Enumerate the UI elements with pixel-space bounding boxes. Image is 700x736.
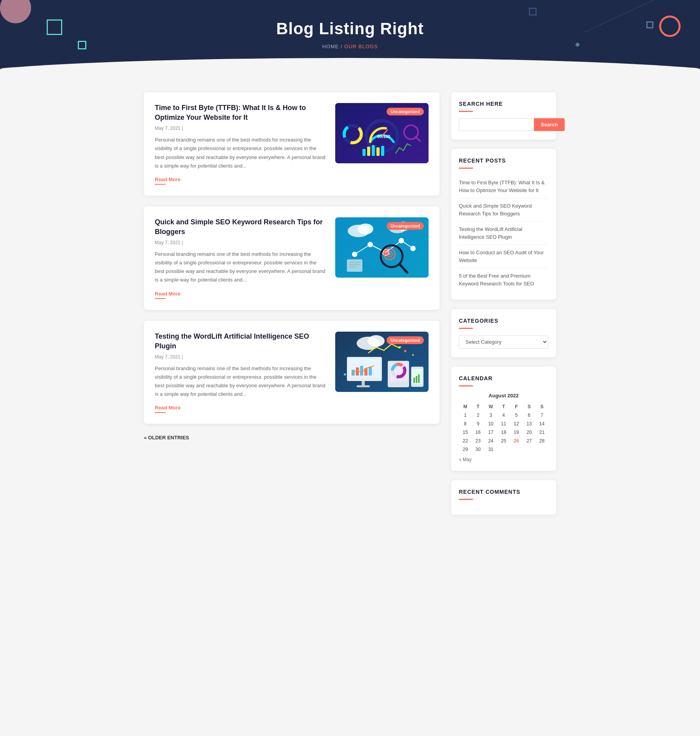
search-button[interactable]: Search xyxy=(534,118,565,131)
cal-day[interactable]: 16 xyxy=(472,428,485,437)
cal-header-t2: T xyxy=(497,402,510,411)
posts-column: Time to First Byte (TTFB): What It Is & … xyxy=(144,92,439,441)
cal-day[interactable]: 17 xyxy=(485,428,497,437)
cal-day[interactable]: 9 xyxy=(472,420,485,428)
recent-post-item-2[interactable]: Testing the WordLift Artificial Intellig… xyxy=(459,222,548,245)
deco-square-dark xyxy=(529,8,537,16)
cal-day[interactable]: 14 xyxy=(536,420,548,428)
cal-day xyxy=(536,445,548,454)
svg-rect-59 xyxy=(418,374,420,383)
cal-day[interactable]: 10 xyxy=(485,420,497,428)
cal-day[interactable]: 11 xyxy=(497,420,510,428)
post-card-2: Quick and Simple SEO Keyword Research Ti… xyxy=(144,206,439,310)
cal-day[interactable]: 7 xyxy=(536,411,548,420)
cal-day[interactable]: 6 xyxy=(523,411,536,420)
cal-day[interactable]: 2 xyxy=(472,411,485,420)
cal-day[interactable]: 24 xyxy=(485,437,497,445)
calendar-month-year: August 2022 xyxy=(459,393,548,399)
categories-title: CATEGORIES xyxy=(459,318,548,324)
svg-rect-47 xyxy=(362,381,365,386)
cal-day[interactable]: 12 xyxy=(510,420,523,428)
post-badge-3: Uncategorized xyxy=(387,336,424,344)
cal-day[interactable]: 15 xyxy=(459,428,472,437)
older-entries-link[interactable]: « OLDER ENTRIES xyxy=(144,435,189,441)
cal-header-t1: T xyxy=(472,402,485,411)
read-more-underline-3 xyxy=(155,412,166,413)
deco-square-teal2 xyxy=(78,41,86,49)
cal-day xyxy=(523,445,536,454)
category-select[interactable]: Select Category SEO Blogging WordPress M… xyxy=(459,335,548,349)
cal-day[interactable]: 25 xyxy=(497,437,510,445)
search-widget-title: SEARCH HERE xyxy=(459,101,548,107)
svg-rect-7 xyxy=(376,147,380,156)
cal-day[interactable]: 3 xyxy=(485,411,497,420)
cal-header-w: W xyxy=(485,402,497,411)
cal-day[interactable]: 26 xyxy=(510,437,523,445)
post-excerpt-2: Personal branding remains one of the bes… xyxy=(155,250,326,284)
post-badge-2: Uncategorized xyxy=(387,222,424,230)
deco-dot xyxy=(576,43,579,47)
search-input[interactable] xyxy=(459,118,534,131)
breadcrumb-current: OUR BLOGS xyxy=(344,44,378,49)
post-badge-1: Uncategorized xyxy=(387,108,424,115)
deco-square-sm xyxy=(646,21,653,28)
post-title-1: Time to First Byte (TTFB): What It Is & … xyxy=(155,103,326,122)
cal-day[interactable]: 20 xyxy=(523,428,536,437)
svg-point-63 xyxy=(344,373,346,376)
pagination: « OLDER ENTRIES xyxy=(144,435,439,441)
page-title: Blog Listing Right xyxy=(8,19,692,38)
breadcrumb: HOME / OUR BLOGS xyxy=(8,44,692,49)
svg-point-39 xyxy=(368,335,385,347)
svg-rect-48 xyxy=(357,385,370,387)
recent-post-item-3[interactable]: How to Conduct an SEO Audit of Your Webs… xyxy=(459,245,548,268)
breadcrumb-home[interactable]: HOME xyxy=(322,44,339,49)
cal-day[interactable]: 23 xyxy=(472,437,485,445)
cal-day[interactable]: 5 xyxy=(510,411,523,420)
cal-day[interactable]: 8 xyxy=(459,420,472,428)
cal-day[interactable]: 18 xyxy=(497,428,510,437)
svg-rect-46 xyxy=(369,367,372,376)
recent-comments-widget: RECENT COMMENTS xyxy=(451,480,556,515)
cal-day[interactable]: 4 xyxy=(497,411,510,420)
cal-day[interactable]: 29 xyxy=(459,445,472,454)
read-more-3[interactable]: Read More xyxy=(155,405,180,411)
cal-day[interactable]: 28 xyxy=(536,437,548,445)
cal-day[interactable]: 30 xyxy=(472,445,485,454)
cal-header-m: M xyxy=(459,402,472,411)
categories-widget: CATEGORIES Select Category SEO Blogging … xyxy=(451,309,556,357)
cal-header-s2: S xyxy=(536,402,548,411)
read-more-1[interactable]: Read More xyxy=(155,177,180,182)
recent-post-item-0[interactable]: Time to First Byte (TTFB): What It Is & … xyxy=(459,175,548,198)
cal-day[interactable]: 19 xyxy=(510,428,523,437)
cal-day[interactable]: 22 xyxy=(459,437,472,445)
svg-point-62 xyxy=(412,354,414,356)
cal-day xyxy=(510,445,523,454)
sidebar: SEARCH HERE Search RECENT POSTS Time to … xyxy=(451,92,556,524)
post-content-1: Time to First Byte (TTFB): What It Is & … xyxy=(155,103,335,185)
recent-post-item-1[interactable]: Quick and Simple SEO Keyword Research Ti… xyxy=(459,198,548,222)
deco-circle-outline xyxy=(659,16,681,37)
post-image-2: Uncategorized xyxy=(335,217,429,278)
calendar-table: M T W T F S S 12345678910111213141516171… xyxy=(459,402,548,454)
read-more-underline-1 xyxy=(155,184,166,185)
categories-divider xyxy=(459,328,473,329)
cal-day[interactable]: 1 xyxy=(459,411,472,420)
search-widget-divider xyxy=(459,111,473,112)
svg-text:90/100: 90/100 xyxy=(377,134,390,139)
deco-square-teal xyxy=(47,19,62,35)
cal-day[interactable]: 31 xyxy=(485,445,497,454)
cal-day[interactable]: 13 xyxy=(523,420,536,428)
read-more-underline-2 xyxy=(155,298,166,299)
recent-posts-title: RECENT POSTS xyxy=(459,157,548,164)
prev-month-link[interactable]: « May xyxy=(459,457,472,462)
post-image-3: Uncategorized xyxy=(335,332,429,392)
recent-post-item-4[interactable]: 5 of the Best Free and Premium Keyword R… xyxy=(459,268,548,291)
read-more-2[interactable]: Read More xyxy=(155,291,180,297)
cal-day[interactable]: 21 xyxy=(536,428,548,437)
cal-day[interactable]: 27 xyxy=(523,437,536,445)
site-header: Blog Listing Right HOME / OUR BLOGS xyxy=(0,0,700,80)
post-title-3: Testing the WordLift Artificial Intellig… xyxy=(155,332,326,351)
post-card-3: Testing the WordLift Artificial Intellig… xyxy=(144,321,439,424)
post-card-1: Time to First Byte (TTFB): What It Is & … xyxy=(144,92,439,196)
svg-point-61 xyxy=(404,350,406,352)
